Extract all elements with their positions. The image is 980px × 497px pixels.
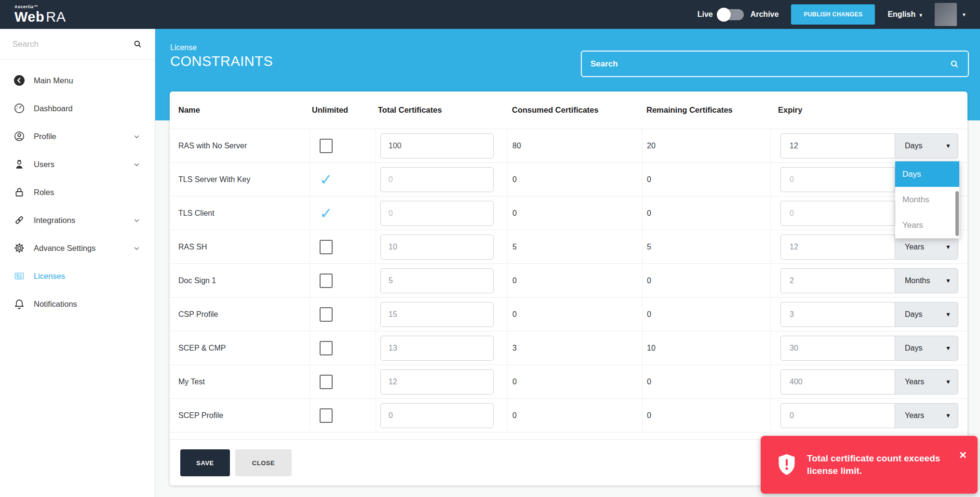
- remaining-certificates-value: 20: [642, 129, 770, 163]
- unlimited-checkbox[interactable]: [320, 307, 333, 322]
- unit-option-days[interactable]: Days: [895, 161, 959, 187]
- brand-web: Web: [14, 9, 44, 25]
- license-name: SCEP Profile: [170, 399, 309, 432]
- unlimited-checkmark-icon[interactable]: ✓: [320, 206, 333, 221]
- sidebar-search: [0, 29, 155, 60]
- total-certificates-input[interactable]: [380, 167, 494, 192]
- chevron-down-icon: ▼: [918, 13, 923, 18]
- consumed-certificates-value: 0: [507, 264, 642, 298]
- expiry-unit-select[interactable]: Years ▼: [895, 403, 958, 428]
- table-header-row: Name Unlimited Total Certificates Consum…: [170, 92, 967, 129]
- unlimited-checkbox[interactable]: [320, 274, 333, 288]
- license-name: SCEP & CMP: [170, 331, 309, 365]
- total-certificates-input[interactable]: [380, 369, 494, 394]
- unlimited-checkbox[interactable]: [320, 341, 333, 355]
- sidebar-item-advance-settings[interactable]: Advance Settings: [0, 234, 155, 262]
- table-row: My Test ✓ 0 0 Years ▼: [170, 365, 967, 399]
- table-row: TLS Client ✓ 0 0 ▼: [170, 196, 967, 230]
- unlimited-checkmark-icon[interactable]: ✓: [320, 172, 333, 187]
- live-archive-toggle[interactable]: [719, 9, 744, 20]
- expiry-unit-select[interactable]: Years ▼: [895, 369, 958, 394]
- caret-down-icon: ▼: [945, 345, 951, 352]
- sidebar-item-notifications[interactable]: Notifications: [0, 290, 155, 318]
- expiry-unit-label: Days: [905, 310, 922, 319]
- total-certificates-input[interactable]: [380, 403, 494, 428]
- license-name: CSP Profile: [170, 298, 309, 331]
- license-name: RAS with No Server: [170, 129, 309, 163]
- expiry-unit-select[interactable]: Days ▼: [895, 302, 958, 327]
- unit-option-months[interactable]: Months: [895, 187, 959, 212]
- consumed-certificates-value: 5: [507, 230, 642, 264]
- profile-icon: [13, 130, 26, 143]
- sidebar-item-label: Main Menu: [34, 76, 73, 85]
- expiry-value-input[interactable]: [780, 167, 895, 192]
- constraints-card: Name Unlimited Total Certificates Consum…: [170, 92, 967, 485]
- expiry-value-input[interactable]: [780, 133, 895, 158]
- unlimited-checkbox[interactable]: [320, 139, 333, 153]
- unlimited-checkbox[interactable]: [320, 240, 333, 254]
- unlimited-checkbox[interactable]: [320, 408, 333, 423]
- total-certificates-input[interactable]: [380, 336, 494, 361]
- sidebar-item-main-menu[interactable]: Main Menu: [0, 66, 155, 94]
- expiry-value-input[interactable]: [780, 369, 895, 394]
- table-row: CSP Profile ✓ 0 0 Days ▼: [170, 298, 967, 331]
- expiry-value-input[interactable]: [780, 336, 895, 361]
- top-bar: Ascertia™ WebRA Live Archive PUBLISH CHA…: [0, 0, 980, 29]
- sidebar: Main Menu Dashboard Profile Users: [0, 29, 155, 497]
- expiry-unit-select[interactable]: Days ▼: [895, 133, 958, 158]
- sidebar-item-users[interactable]: Users: [0, 150, 155, 178]
- license-name: TLS Server With Key: [170, 163, 309, 196]
- expiry-value-input[interactable]: [780, 201, 895, 226]
- close-button[interactable]: CLOSE: [235, 449, 292, 476]
- total-certificates-input[interactable]: [380, 302, 494, 327]
- publish-changes-button[interactable]: PUBLISH CHANGES: [791, 4, 875, 25]
- expiry-value-input[interactable]: [780, 235, 895, 260]
- table-search-input[interactable]: [591, 59, 950, 69]
- sidebar-search-input[interactable]: [13, 39, 133, 49]
- expiry-value-input[interactable]: [780, 268, 895, 293]
- remaining-certificates-value: 0: [642, 365, 770, 399]
- app-logo: Ascertia™ WebRA: [14, 5, 66, 24]
- live-label: Live: [698, 10, 713, 19]
- caret-down-icon: ▼: [945, 143, 951, 149]
- caret-down-icon: ▼: [945, 412, 951, 419]
- remaining-certificates-value: 5: [642, 230, 770, 264]
- dropdown-scrollbar[interactable]: [955, 191, 959, 236]
- total-certificates-input[interactable]: [380, 133, 494, 158]
- expiry-unit-select[interactable]: Days ▼: [895, 336, 958, 361]
- search-icon[interactable]: [950, 59, 959, 69]
- total-certificates-input[interactable]: [380, 201, 494, 226]
- user-avatar[interactable]: [935, 3, 957, 26]
- sidebar-item-profile[interactable]: Profile: [0, 122, 155, 150]
- unlimited-checkbox[interactable]: [320, 375, 333, 389]
- sidebar-item-label: Integrations: [34, 216, 75, 225]
- expiry-value-input[interactable]: [780, 302, 895, 327]
- back-circle-icon: [13, 74, 26, 87]
- column-header-unlimited: Unlimited: [309, 105, 376, 115]
- brand-small: Ascertia™: [14, 5, 66, 9]
- expiry-unit-label: Days: [905, 142, 922, 150]
- unit-option-years[interactable]: Years: [895, 212, 959, 238]
- column-header-total-certificates: Total Certificates: [376, 105, 507, 115]
- table-body: RAS with No Server ✓ 80 20 Days ▼: [170, 129, 967, 432]
- expiry-unit-select[interactable]: Months ▼: [895, 268, 958, 293]
- total-certificates-input[interactable]: [380, 235, 494, 260]
- expiry-unit-dropdown-menu: Days Months Years: [895, 161, 959, 238]
- toggle-knob[interactable]: [717, 8, 731, 22]
- license-icon: [13, 270, 26, 282]
- sidebar-item-dashboard[interactable]: Dashboard: [0, 94, 155, 122]
- avatar-menu-caret[interactable]: ▼: [962, 12, 967, 17]
- search-icon: [133, 39, 142, 49]
- sidebar-item-roles[interactable]: Roles: [0, 178, 155, 206]
- expiry-value-input[interactable]: [780, 403, 895, 428]
- column-header-remaining-certificates: Remaining Certificates: [642, 105, 770, 115]
- consumed-certificates-value: 0: [507, 365, 642, 399]
- language-dropdown[interactable]: English▼: [887, 10, 923, 19]
- toast-close-icon[interactable]: ✕: [959, 449, 967, 461]
- link-icon: [13, 214, 26, 226]
- users-icon: [13, 158, 26, 170]
- sidebar-item-integrations[interactable]: Integrations: [0, 206, 155, 234]
- save-button[interactable]: SAVE: [180, 449, 230, 476]
- total-certificates-input[interactable]: [380, 268, 494, 293]
- sidebar-item-licenses[interactable]: Licenses: [0, 262, 155, 290]
